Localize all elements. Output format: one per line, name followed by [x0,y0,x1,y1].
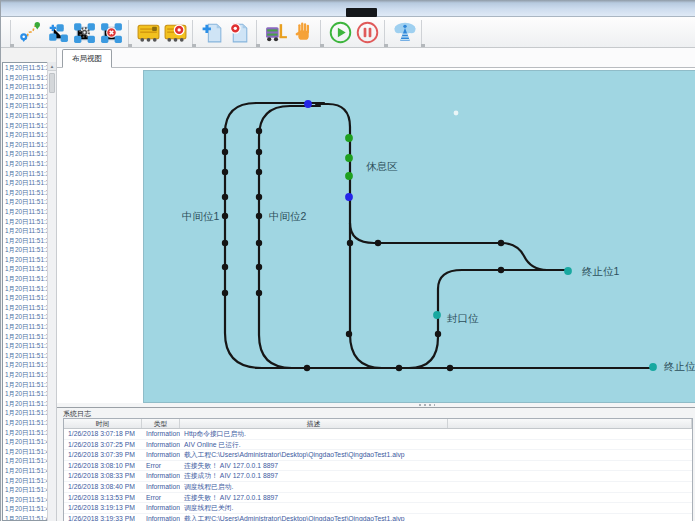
track-node[interactable] [304,100,312,108]
log-row[interactable]: 1/26/2018 3:08:40 PMInformation调度线程已启动. [64,482,692,493]
main-content: 布局视图 [57,48,695,521]
track-node[interactable] [222,213,228,219]
log-cell: 1/26/2018 3:19:33 PM [64,514,142,521]
log-row[interactable]: 1/26/2018 3:07:25 PMInformationAIV Onlin… [64,440,692,451]
remove-task-icon [227,20,252,45]
log-cell: 连接成功！ AIV 127.0.0.1 8897 [180,471,695,481]
track-node[interactable] [345,172,353,180]
log-cell: Error [142,461,180,471]
node-settings-button[interactable] [71,19,98,46]
track-node[interactable] [222,194,228,200]
hand-stop-icon [291,20,316,45]
track-node[interactable] [649,363,657,371]
track-node[interactable] [256,240,262,246]
track-node[interactable] [222,128,228,134]
pause-dispatch-button[interactable] [354,19,381,46]
log-table[interactable]: 时间 类型 描述 1/26/2018 3:07:18 PMInformation… [63,418,693,521]
track-node[interactable] [222,149,228,155]
track-node[interactable] [498,267,504,273]
track-node[interactable] [222,264,228,270]
track-node[interactable] [256,264,262,270]
track-node[interactable] [222,240,228,246]
log-col-extra [448,419,692,428]
log-col-type[interactable]: 类型 [142,419,180,428]
toolbar-separator [320,20,324,44]
beacon-online-button[interactable] [391,19,418,46]
add-task-button[interactable] [199,19,226,46]
station-label: 中间位2 [269,210,307,222]
log-cell: Information [142,429,180,439]
tab-layout-view[interactable]: 布局视图 [62,49,112,68]
track-node[interactable] [304,365,310,371]
forklift-button[interactable] [263,19,290,46]
track-node[interactable] [256,290,262,296]
log-row[interactable]: 1/26/2018 3:13:53 PMError连接失败！ AIV 127.0… [64,493,692,504]
remove-task-button[interactable] [226,19,253,46]
station-label: 终止位1 [582,265,620,277]
sidebar-scrollbar[interactable]: ▲ [47,62,56,521]
track-node[interactable] [564,267,572,275]
track-node[interactable] [345,193,353,201]
log-cell: 1/26/2018 3:19:13 PM [64,503,142,513]
agv-vehicle-button[interactable] [135,19,162,46]
add-node-button[interactable] [44,19,71,46]
log-row[interactable]: 1/26/2018 3:19:33 PMInformation载入工程C:\Us… [64,514,692,521]
splitter-grip[interactable] [419,404,435,406]
agv-stop-icon [163,20,188,45]
toolbar-separator [192,20,196,44]
track-node[interactable] [447,365,453,371]
station-label: 终止位2 [664,360,695,372]
agv-vehicle-icon [136,20,161,45]
scrollbar-up-arrow[interactable]: ▲ [48,62,56,71]
track-node[interactable] [256,128,262,134]
delete-node-button[interactable] [98,19,125,46]
route-map-button[interactable] [17,19,44,46]
log-row[interactable]: 1/26/2018 3:07:18 PMInformationHttp命令接口已… [64,429,692,440]
track-node[interactable] [256,149,262,155]
add-node-icon [45,20,70,45]
log-cell: Information [142,440,180,450]
log-cell: 1/26/2018 3:08:33 PM [64,471,142,481]
track-node[interactable] [222,290,228,296]
toolbar-separator [421,20,425,44]
start-dispatch-button[interactable] [327,19,354,46]
track-paths [225,103,653,368]
track-node[interactable] [435,331,441,337]
track-node[interactable] [498,240,504,246]
track-node[interactable] [345,134,353,142]
log-cell: Information [142,450,180,460]
route-map-icon [18,20,43,45]
scrollbar-thumb[interactable] [49,73,55,93]
log-cell: 1/26/2018 3:07:25 PM [64,440,142,450]
track-node[interactable] [347,240,353,246]
agv-stop-button[interactable] [162,19,189,46]
track-node[interactable] [396,365,402,371]
log-col-time[interactable]: 时间 [64,419,142,428]
toolbar-separator [128,20,132,44]
station-label: 中间位1 [182,210,220,222]
manual-stop-button[interactable] [290,19,317,46]
track-node[interactable] [346,331,352,337]
horizontal-splitter[interactable] [57,403,695,407]
log-cell: 连接失败！ AIV 127.0.0.1 8897 [180,493,695,503]
track-node[interactable] [433,311,441,319]
track-node[interactable] [256,169,262,175]
track-node[interactable] [375,240,381,246]
track-node[interactable] [256,213,262,219]
log-cell: 连接失败！ AIV 127.0.0.1 8897 [180,461,695,471]
log-row[interactable]: 1/26/2018 3:08:10 PMError连接失败！ AIV 127.0… [64,461,692,472]
log-cell: Information [142,471,180,481]
track-layout-canvas[interactable]: 中间位1中间位2休息区终止位1封口位终止位2 [143,70,695,403]
loop-path-1 [225,103,324,368]
log-row[interactable]: 1/26/2018 3:19:13 PMInformation调度线程已关闭. [64,503,692,514]
log-cell: 1/26/2018 3:08:40 PM [64,482,142,492]
track-node[interactable] [256,194,262,200]
loop-path-2 [259,106,320,368]
track-node[interactable] [222,169,228,175]
log-row[interactable]: 1/26/2018 3:08:33 PMInformation连接成功！ AIV… [64,471,692,482]
log-row[interactable]: 1/26/2018 3:07:39 PMInformation载入工程C:\Us… [64,450,692,461]
rest-area-path [316,104,382,368]
track-node[interactable] [345,154,353,162]
log-col-desc[interactable]: 描述 [180,419,448,428]
log-cell: Information [142,482,180,492]
